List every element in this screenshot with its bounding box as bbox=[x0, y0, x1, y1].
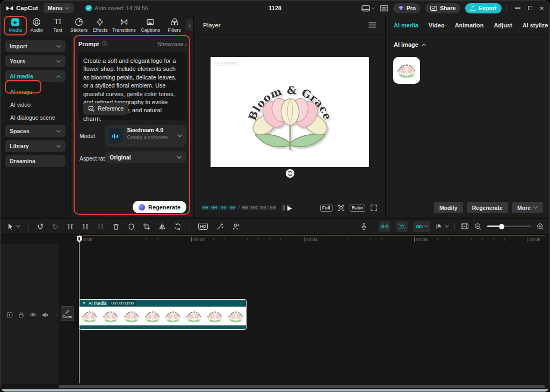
playhead-handle[interactable] bbox=[76, 236, 82, 243]
cover-button[interactable]: Cover bbox=[61, 306, 74, 321]
slider-knob[interactable] bbox=[499, 224, 504, 229]
preview-canvas[interactable]: AI Generated bbox=[211, 57, 369, 167]
delete-left-button[interactable]: ][ bbox=[82, 223, 89, 230]
sidebar-item-ai-dialogue-scene[interactable]: AI dialogue scene bbox=[1, 111, 70, 124]
inspector-panel: AI media Video Animation Adjust AI styli… bbox=[386, 16, 550, 217]
menu-button[interactable]: Menu bbox=[44, 3, 74, 13]
focus-icon[interactable] bbox=[337, 204, 345, 212]
clip-thumbnail bbox=[225, 307, 246, 325]
record-voiceover-button[interactable] bbox=[360, 222, 367, 230]
model-select[interactable]: Seedream 4.0 Create a cohesive ... bbox=[105, 125, 186, 147]
sidebar-item-dreamina[interactable]: Dreamina bbox=[5, 155, 66, 167]
undo-button[interactable]: ↺ bbox=[37, 222, 44, 230]
main-track-magnet-toggle[interactable] bbox=[396, 221, 408, 232]
export-button[interactable]: Export bbox=[465, 3, 501, 13]
chevron-down-icon bbox=[16, 225, 20, 228]
tab-text[interactable]: TI Text bbox=[47, 18, 68, 33]
zoom-in-button[interactable] bbox=[537, 223, 544, 230]
capcut-logo-icon bbox=[6, 5, 13, 11]
tab-ai-stylize[interactable]: AI stylize bbox=[523, 22, 548, 28]
tab-filters[interactable]: Filters bbox=[164, 18, 185, 33]
fullscreen-icon[interactable] bbox=[370, 204, 378, 212]
effects-icon bbox=[96, 18, 104, 26]
minimize-button[interactable] bbox=[515, 8, 520, 8]
layout-compact-icon[interactable] bbox=[380, 5, 388, 12]
close-button[interactable]: ✕ bbox=[540, 5, 544, 11]
chevron-down-icon bbox=[533, 206, 538, 209]
sidebar-item-ai-image[interactable]: AI image bbox=[1, 85, 70, 98]
mask-button[interactable] bbox=[128, 223, 135, 230]
ai-image-section-header[interactable]: AI image bbox=[394, 41, 426, 48]
delete-button[interactable] bbox=[112, 223, 120, 230]
regenerate-button[interactable]: Regenerate bbox=[133, 201, 186, 213]
redo-button[interactable]: ↻ bbox=[52, 222, 59, 230]
tab-captions[interactable]: Captions bbox=[137, 18, 163, 33]
tab-adjust[interactable]: Adjust bbox=[494, 22, 512, 28]
magic-enhance-button[interactable] bbox=[216, 223, 224, 230]
chevron-down-icon bbox=[177, 156, 182, 159]
rotate-handle[interactable] bbox=[286, 169, 294, 178]
tab-stickers[interactable]: Stickers bbox=[68, 18, 89, 33]
modify-button[interactable]: Modify bbox=[434, 202, 463, 213]
sidebar-item-library[interactable]: Library bbox=[5, 140, 66, 152]
full-button[interactable]: Full bbox=[320, 205, 332, 212]
eye-icon[interactable] bbox=[30, 312, 37, 317]
cursor-mode-button[interactable] bbox=[436, 223, 449, 230]
lock-icon[interactable] bbox=[18, 311, 24, 318]
remove-background-button[interactable] bbox=[232, 223, 240, 230]
ai-image-thumbnail[interactable] bbox=[393, 57, 420, 84]
autosave-check-icon bbox=[85, 5, 92, 11]
tab-animation[interactable]: Animation bbox=[455, 22, 484, 28]
chevron-down-icon bbox=[56, 60, 61, 63]
chevron-down-icon bbox=[56, 145, 61, 148]
mirror-button[interactable] bbox=[158, 223, 166, 230]
sidebar-item-import[interactable]: Import bbox=[5, 40, 66, 52]
preview-axis-button[interactable] bbox=[460, 223, 469, 230]
layout-panels-icon[interactable] bbox=[361, 5, 375, 12]
auto-link-toggle[interactable] bbox=[413, 221, 430, 232]
share-button[interactable]: Share bbox=[425, 3, 460, 13]
tab-video[interactable]: Video bbox=[429, 22, 445, 28]
play-button[interactable]: ▶ bbox=[287, 205, 292, 212]
sidebar-item-ai-media[interactable]: AI media bbox=[5, 70, 66, 82]
aspect-ratio-select[interactable]: Original bbox=[105, 151, 186, 163]
horizontal-scrollbar[interactable] bbox=[59, 385, 545, 388]
delete-right-button[interactable]: ][ bbox=[97, 223, 104, 230]
split-button[interactable]: ][ bbox=[67, 223, 74, 230]
more-button[interactable]: More bbox=[512, 202, 543, 213]
player-menu-icon[interactable] bbox=[368, 22, 377, 28]
ai-media-clip[interactable]: ✦ AI media 00:00:03:00 bbox=[79, 299, 247, 330]
showcase-link[interactable]: Showcase › bbox=[157, 41, 187, 47]
tab-transitions[interactable]: Transitions bbox=[111, 18, 137, 33]
tab-effects[interactable]: Effects bbox=[90, 18, 111, 33]
regenerate-button-inspector[interactable]: Regenerate bbox=[467, 202, 508, 213]
chevron-down-icon bbox=[445, 225, 449, 228]
playhead[interactable] bbox=[79, 235, 79, 383]
chevron-down-icon bbox=[177, 134, 182, 137]
chevron-down-icon bbox=[65, 7, 69, 10]
more-tabs-button[interactable]: › bbox=[186, 19, 193, 31]
track-more-icon[interactable]: ⋯ bbox=[54, 312, 60, 318]
speaker-icon[interactable] bbox=[42, 312, 48, 318]
sidebar-item-ai-video[interactable]: AI video bbox=[1, 98, 70, 111]
crop-button[interactable] bbox=[143, 223, 150, 230]
transitions-icon bbox=[120, 18, 128, 26]
reference-button[interactable]: Reference bbox=[83, 103, 128, 115]
tab-ai-media[interactable]: AI media bbox=[394, 22, 418, 28]
timeline-zoom-slider[interactable] bbox=[487, 226, 531, 227]
prompt-input[interactable]: Create a soft and elegant logo for a flo… bbox=[78, 52, 186, 120]
snapping-toggle[interactable] bbox=[379, 221, 390, 232]
media-icon: ▶ bbox=[11, 18, 19, 26]
hd-button[interactable]: HD bbox=[198, 223, 208, 230]
tab-audio[interactable]: Audio bbox=[26, 18, 47, 33]
zoom-out-button[interactable] bbox=[474, 223, 482, 230]
clip-thumbnail bbox=[205, 307, 226, 325]
ratio-button[interactable]: Ratio bbox=[350, 205, 365, 212]
pro-button[interactable]: Pro bbox=[393, 3, 421, 13]
sidebar-item-yours[interactable]: Yours bbox=[5, 55, 66, 67]
replace-rotate-button[interactable] bbox=[174, 223, 182, 230]
tab-media[interactable]: ▶ Media bbox=[5, 18, 26, 33]
select-tool[interactable] bbox=[7, 223, 20, 230]
sidebar-item-spaces[interactable]: Spaces bbox=[5, 125, 66, 137]
maximize-button[interactable] bbox=[528, 6, 532, 10]
